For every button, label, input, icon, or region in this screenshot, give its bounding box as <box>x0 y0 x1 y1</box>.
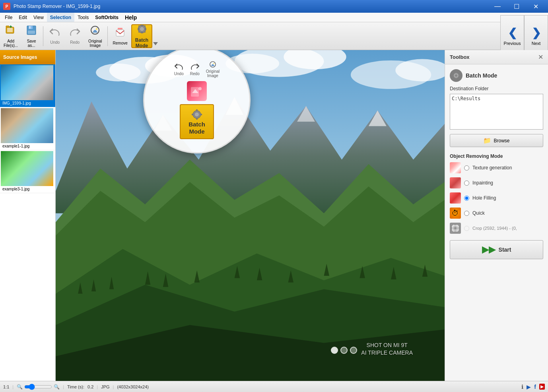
image-viewer[interactable]: SHOT ON MI 9T AI TRIPLE CAMERA Undo <box>56 50 445 381</box>
titlebar-left: P Photo Stamp Remover - IMG_1599-1.jpg <box>3 3 100 10</box>
texture-mode-radio[interactable] <box>464 165 469 171</box>
quick-mode-radio[interactable] <box>464 211 469 216</box>
circle-batch-mode-button[interactable]: BatchMode <box>180 104 214 139</box>
add-files-label: AddFile(s)... <box>4 39 18 48</box>
hole-filling-mode-radio[interactable] <box>464 196 469 201</box>
svg-rect-72 <box>453 225 458 231</box>
svg-rect-68 <box>456 72 457 74</box>
image-format: JPG <box>101 384 109 389</box>
toolbox-mode-icon <box>450 69 462 82</box>
social-twitter-icon[interactable]: ▶ <box>527 384 531 390</box>
menubar: File Edit View Selection Tools SoftOrbit… <box>0 13 548 22</box>
hole-filling-mode-label: Hole Filling <box>472 195 496 201</box>
batch-mode-icon <box>136 23 148 37</box>
svg-rect-17 <box>141 32 143 33</box>
svg-rect-12 <box>118 28 122 29</box>
remove-button[interactable]: Remove <box>109 24 131 48</box>
watermark-dot-2 <box>340 347 348 354</box>
svg-rect-70 <box>453 75 454 76</box>
batch-mode-button[interactable]: BatchMode <box>131 24 152 48</box>
app-title: Photo Stamp Remover - IMG_1599-1.jpg <box>14 4 100 9</box>
menu-help[interactable]: Help <box>122 13 140 22</box>
save-as-button[interactable]: Saveas... <box>21 24 41 48</box>
watermark-dot-1 <box>331 347 338 354</box>
start-button[interactable]: ▶▶ Start <box>450 240 543 259</box>
spotlight-circle: Undo Redo <box>143 50 251 153</box>
statusbar-sep-4: | <box>113 384 114 389</box>
svg-rect-65 <box>200 114 202 115</box>
start-label: Start <box>499 246 511 253</box>
save-as-label: Saveas... <box>27 39 36 48</box>
source-item-img3[interactable]: example3-1.jpg <box>0 150 55 193</box>
toolbar-dropdown-arrow[interactable] <box>153 41 158 47</box>
redo-icon <box>69 27 80 39</box>
menu-edit[interactable]: Edit <box>16 13 30 22</box>
zoom-plus-icon: 🔍 <box>54 384 60 390</box>
window-controls: — ☐ ✕ <box>488 0 545 13</box>
image-dimensions: (4032x3024x24) <box>117 384 149 389</box>
toolbox-content: Batch Mode Destination Folder C:\Results… <box>445 64 548 381</box>
svg-rect-2 <box>7 28 13 32</box>
destination-folder-input[interactable]: C:\Results <box>450 94 543 130</box>
add-files-icon <box>5 25 16 38</box>
svg-rect-8 <box>28 31 35 34</box>
circle-redo: Redo <box>190 63 200 76</box>
svg-point-67 <box>455 74 457 77</box>
undo-button[interactable]: Undo <box>45 24 65 48</box>
menu-view[interactable]: View <box>30 13 47 22</box>
app-icon: P <box>3 3 10 10</box>
zoom-minus-icon: 🔍 <box>17 384 23 390</box>
circle-original-icon <box>208 60 218 68</box>
maximize-button[interactable]: ☐ <box>507 0 526 13</box>
statusbar-sep-3: | <box>97 384 98 389</box>
svg-rect-19 <box>145 28 146 30</box>
menu-tools[interactable]: Tools <box>74 13 92 22</box>
inpainting-mode-radio[interactable] <box>464 180 469 186</box>
browse-label: Browse <box>494 138 509 144</box>
svg-point-61 <box>195 113 199 116</box>
circle-batch-label: BatchMode <box>188 121 205 135</box>
source-item-img2[interactable]: example1-1.jpg <box>0 107 55 150</box>
svg-point-57 <box>213 63 214 64</box>
main-area: Source Images IMG_1599-1.jpg example1-1.… <box>0 50 548 381</box>
original-image-label: OriginalImage <box>88 39 102 48</box>
source-item-img1[interactable]: IMG_1599-1.jpg <box>0 64 55 107</box>
toolbox-close-button[interactable]: ✕ <box>538 53 543 61</box>
previous-label: Previous <box>504 41 521 46</box>
menu-file[interactable]: File <box>2 13 16 22</box>
zoom-slider[interactable] <box>24 384 52 390</box>
redo-button[interactable]: Redo <box>65 24 85 48</box>
object-removing-mode-label: Object Removing Mode <box>450 153 543 159</box>
source-panel: Source Images IMG_1599-1.jpg example1-1.… <box>0 50 56 381</box>
add-files-button[interactable]: AddFile(s)... <box>0 24 21 48</box>
mode-option-quick: ⏱ Quick <box>450 208 543 219</box>
menu-selection[interactable]: Selection <box>47 13 74 22</box>
minimize-button[interactable]: — <box>488 0 507 13</box>
hole-filling-mode-icon <box>450 192 461 204</box>
crop-mode-radio <box>464 226 469 231</box>
browse-button[interactable]: 📁 Browse <box>450 134 543 147</box>
inpainting-mode-icon <box>450 177 461 188</box>
menu-softorbits[interactable]: SoftOrbits <box>92 13 122 22</box>
source-thumb-img3 <box>1 151 53 186</box>
statusbar-sep-1: | <box>12 384 14 389</box>
start-icon: ▶▶ <box>482 245 496 255</box>
spotlight-content: Undo Redo <box>166 52 227 147</box>
circle-redo-icon <box>190 63 200 71</box>
svg-rect-71 <box>459 75 460 76</box>
original-image-button[interactable]: OriginalImage <box>85 24 105 48</box>
browse-folder-icon: 📁 <box>483 137 491 144</box>
mode-option-texture: Texture generation <box>450 162 543 173</box>
source-thumb-img1 <box>1 65 53 100</box>
close-button[interactable]: ✕ <box>527 0 545 13</box>
svg-rect-11 <box>116 30 124 36</box>
svg-rect-63 <box>196 118 198 120</box>
next-label: Next <box>532 41 541 46</box>
source-thumb-img2 <box>1 108 53 143</box>
social-facebook-icon[interactable]: f <box>534 384 536 390</box>
toolbar-separator-1 <box>43 26 43 46</box>
toolbox-gear-icon <box>452 71 461 80</box>
undo-label: Undo <box>50 40 60 45</box>
svg-rect-18 <box>138 28 139 30</box>
social-youtube-icon[interactable]: ▶ <box>539 384 545 390</box>
